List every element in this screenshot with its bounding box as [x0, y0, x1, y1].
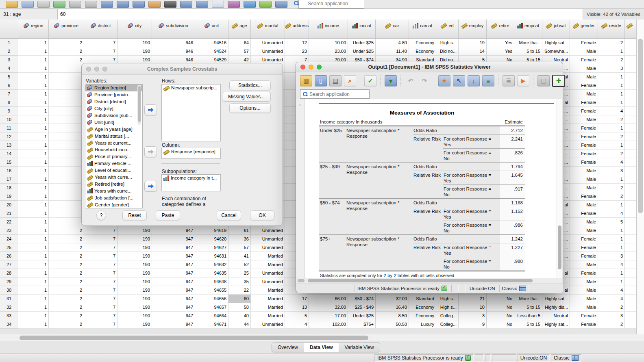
cell[interactable]: 7: [84, 320, 117, 329]
cell[interactable]: Female: [570, 312, 598, 320]
cell[interactable]: Male: [570, 175, 598, 184]
collapse-chevron-icon[interactable]: ⌄: [298, 102, 302, 107]
cell[interactable]: 10.00: [309, 39, 348, 47]
cell[interactable]: Yes: [487, 47, 514, 56]
cell[interactable]: 946: [152, 47, 195, 56]
cell[interactable]: 102.00: [309, 320, 348, 329]
back-icon[interactable]: [69, 1, 81, 8]
cell[interactable]: 94627: [195, 243, 228, 252]
column-header-income[interactable]: income: [309, 20, 348, 39]
cell[interactable]: 3: [598, 252, 625, 260]
cell[interactable]: Unmarried: [251, 269, 285, 277]
cell[interactable]: [625, 252, 636, 260]
cell[interactable]: [625, 98, 636, 107]
cell[interactable]: [625, 243, 636, 252]
cell[interactable]: 4: [598, 158, 625, 167]
cell[interactable]: Economy: [409, 303, 436, 312]
cell[interactable]: Female: [570, 252, 598, 260]
cell[interactable]: 1: [18, 286, 49, 295]
cell[interactable]: 4.80: [376, 39, 409, 47]
cell[interactable]: 4: [598, 107, 625, 115]
cell[interactable]: 947: [152, 252, 195, 260]
cell[interactable]: 2: [598, 132, 625, 141]
cell[interactable]: 1: [18, 81, 49, 90]
row-number[interactable]: 23: [0, 226, 18, 235]
row-number[interactable]: 11: [0, 124, 18, 132]
cell[interactable]: 947: [152, 226, 195, 235]
print-icon[interactable]: ▤: [329, 75, 342, 87]
goto-variable-icon[interactable]: [228, 1, 240, 8]
list-item[interactable]: Years with curre...: [85, 187, 142, 194]
cell[interactable]: 1: [598, 277, 625, 286]
column-header-employ[interactable]: employ: [459, 20, 487, 39]
cell[interactable]: 1: [598, 90, 625, 98]
cell[interactable]: 1: [18, 209, 49, 218]
list-item[interactable]: Unit [unit]: [85, 119, 142, 126]
cell[interactable]: 1: [598, 73, 625, 81]
cell[interactable]: 2: [49, 226, 84, 235]
cell[interactable]: [625, 90, 636, 98]
show-results-icon[interactable]: ≣: [503, 75, 515, 87]
cell[interactable]: 1: [18, 303, 49, 312]
cell[interactable]: [625, 209, 636, 218]
cell[interactable]: [625, 64, 636, 73]
cell[interactable]: 1: [18, 260, 49, 269]
cell[interactable]: No: [487, 320, 514, 329]
cell[interactable]: [49, 201, 84, 209]
cell[interactable]: $75+: [348, 320, 376, 329]
list-item[interactable]: Marital status [...: [85, 132, 142, 139]
use-variable-sets-icon[interactable]: ≡: [482, 75, 494, 87]
measures-of-association-table[interactable]: Measures of Association Income category …: [319, 110, 525, 278]
column-header-city[interactable]: city: [117, 20, 152, 39]
save-icon[interactable]: [22, 1, 34, 8]
cell[interactable]: [49, 73, 84, 81]
cell[interactable]: 94620: [195, 235, 228, 243]
tab-data-view[interactable]: Data View: [304, 343, 339, 352]
undo-icon[interactable]: ↶: [405, 76, 416, 86]
cell[interactable]: Male: [570, 226, 598, 235]
row-number[interactable]: 30: [0, 286, 18, 295]
statistics-button[interactable]: Statistics...: [229, 80, 271, 90]
viewer-vertical-scrollbar-thumb[interactable]: [558, 225, 561, 269]
cell[interactable]: 32.00: [309, 303, 348, 312]
cell[interactable]: Under $25: [348, 39, 376, 47]
glossary-icon[interactable]: [259, 1, 272, 8]
viewer-vertical-scrollbar[interactable]: [557, 99, 562, 278]
cell[interactable]: [625, 235, 636, 243]
cell[interactable]: 190: [117, 312, 152, 320]
cell[interactable]: 1: [18, 201, 49, 209]
cell[interactable]: 2: [49, 320, 84, 329]
cell[interactable]: [49, 132, 84, 141]
cell[interactable]: Unmarried: [251, 320, 285, 329]
add-output-icon[interactable]: ✚: [552, 75, 565, 87]
list-item[interactable]: Job satisfaction [...: [85, 194, 142, 201]
row-number[interactable]: 32: [0, 303, 18, 312]
cell[interactable]: 7: [84, 235, 117, 243]
cell[interactable]: 1: [18, 295, 49, 303]
cell[interactable]: 2: [49, 260, 84, 269]
column-header-jobsat[interactable]: jobsat: [542, 20, 570, 39]
cell[interactable]: Female: [570, 158, 598, 167]
cell[interactable]: 1: [18, 269, 49, 277]
cell[interactable]: Female: [570, 235, 598, 243]
cell[interactable]: [625, 175, 636, 184]
list-item[interactable]: Region [region]: [85, 85, 142, 91]
list-item[interactable]: Newspaper subscrip...: [162, 85, 220, 91]
cell[interactable]: Economy: [409, 39, 436, 47]
cell[interactable]: Highly dis...: [542, 303, 570, 312]
cell[interactable]: Luxury: [409, 320, 436, 329]
cell[interactable]: 947: [152, 286, 195, 295]
cell[interactable]: [49, 218, 84, 226]
column-header-extra[interactable]: [625, 20, 636, 39]
cell[interactable]: 7: [84, 303, 117, 312]
cell[interactable]: Male: [570, 167, 598, 175]
move-to-column-button[interactable]: [144, 146, 157, 157]
cell[interactable]: 190: [117, 47, 152, 56]
cell[interactable]: 3: [598, 312, 625, 320]
cell[interactable]: Under $25: [348, 47, 376, 56]
cell[interactable]: 94524: [195, 47, 228, 56]
cell[interactable]: 1: [18, 218, 49, 226]
cell[interactable]: Male: [570, 201, 598, 209]
table-icon[interactable]: [180, 1, 192, 8]
cell[interactable]: 1: [18, 98, 49, 107]
